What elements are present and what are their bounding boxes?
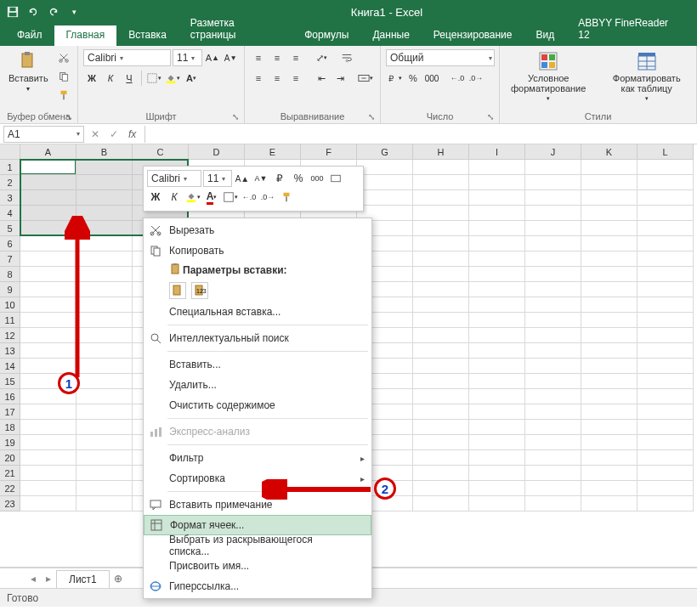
cell[interactable] — [469, 359, 525, 374]
cell[interactable] — [76, 374, 133, 389]
new-sheet-icon[interactable]: ⊕ — [110, 573, 127, 585]
ctx-insert-comment[interactable]: Вставить примечание — [144, 494, 371, 515]
bold-button[interactable]: Ж — [83, 70, 100, 87]
cell[interactable] — [76, 313, 133, 328]
decrease-decimal-icon[interactable]: .0→ — [468, 70, 484, 87]
row-header-12[interactable]: 12 — [0, 328, 20, 343]
cell[interactable] — [638, 175, 694, 190]
cell[interactable] — [638, 206, 694, 221]
cell[interactable] — [638, 297, 694, 313]
cell[interactable] — [20, 435, 76, 450]
cell[interactable] — [525, 175, 581, 190]
cell[interactable] — [581, 236, 638, 251]
cell[interactable] — [581, 466, 638, 481]
cell[interactable] — [638, 481, 694, 496]
mini-format-painter-icon[interactable] — [278, 189, 295, 206]
cell[interactable] — [469, 221, 525, 236]
cell[interactable] — [469, 496, 525, 511]
cell[interactable] — [413, 251, 469, 267]
mini-merge-icon[interactable] — [327, 170, 344, 187]
increase-decimal-icon[interactable]: ←.0 — [449, 70, 466, 87]
cell[interactable] — [581, 389, 638, 404]
cell[interactable] — [581, 282, 638, 297]
cell[interactable] — [76, 450, 133, 466]
select-all-corner[interactable] — [0, 144, 20, 160]
cell[interactable] — [638, 160, 694, 175]
cell[interactable] — [469, 190, 525, 206]
cell[interactable] — [413, 221, 469, 236]
ctx-format-cells[interactable]: Формат ячеек... — [144, 515, 371, 535]
clipboard-launcher-icon[interactable]: ⤡ — [65, 112, 72, 122]
cell[interactable] — [638, 328, 694, 343]
cell[interactable] — [581, 190, 638, 206]
cell[interactable] — [413, 496, 469, 511]
wrap-text-icon[interactable] — [338, 49, 355, 66]
cell[interactable] — [638, 374, 694, 389]
cell[interactable] — [469, 328, 525, 343]
cell[interactable] — [525, 450, 581, 466]
cell[interactable] — [20, 450, 76, 466]
mini-decrease-font-icon[interactable]: A▼ — [252, 170, 269, 187]
row-header-3[interactable]: 3 — [0, 190, 20, 206]
cell[interactable] — [581, 221, 638, 236]
qat-customize-icon[interactable]: ▾ — [66, 4, 82, 20]
column-headers[interactable]: ABCDEFGHIJKL — [20, 144, 697, 160]
row-header-6[interactable]: 6 — [0, 236, 20, 251]
mini-increase-font-icon[interactable]: A▲ — [234, 170, 251, 187]
cell[interactable] — [20, 313, 76, 328]
cell[interactable] — [469, 466, 525, 481]
tab-home[interactable]: Главная — [54, 25, 117, 46]
number-launcher-icon[interactable]: ⤡ — [487, 112, 494, 122]
tab-insert[interactable]: Вставка — [116, 25, 178, 46]
col-header-G[interactable]: G — [357, 144, 413, 160]
cell[interactable] — [413, 374, 469, 389]
cell[interactable] — [525, 343, 581, 359]
tab-review[interactable]: Рецензирование — [422, 25, 524, 46]
tab-page-layout[interactable]: Разметка страницы — [178, 14, 292, 46]
row-header-20[interactable]: 20 — [0, 450, 20, 466]
tab-abbyy[interactable]: ABBYY FineReader 12 — [566, 14, 692, 46]
cell[interactable] — [525, 374, 581, 389]
cell[interactable] — [581, 374, 638, 389]
cell[interactable] — [469, 374, 525, 389]
cell[interactable] — [413, 328, 469, 343]
ctx-pick-from-list[interactable]: Выбрать из раскрывающегося списка... — [144, 535, 371, 556]
mini-inc-decimal-icon[interactable]: ←.0 — [241, 189, 258, 206]
tab-data[interactable]: Данные — [360, 25, 421, 46]
cell[interactable] — [413, 236, 469, 251]
mini-percent-icon[interactable]: % — [290, 170, 307, 187]
percent-format-icon[interactable]: % — [405, 70, 422, 87]
col-header-L[interactable]: L — [638, 144, 694, 160]
increase-indent-icon[interactable]: ⇥ — [332, 70, 348, 87]
cell[interactable] — [581, 450, 638, 466]
tab-formulas[interactable]: Формулы — [292, 25, 360, 46]
cell[interactable] — [76, 404, 133, 420]
ctx-delete[interactable]: Удалить... — [144, 375, 371, 395]
cell[interactable] — [525, 221, 581, 236]
cell[interactable] — [469, 343, 525, 359]
cell[interactable] — [525, 297, 581, 313]
cell[interactable] — [413, 190, 469, 206]
cell[interactable] — [413, 297, 469, 313]
cell[interactable] — [20, 267, 76, 282]
cell[interactable] — [525, 206, 581, 221]
mini-bold-button[interactable]: Ж — [147, 189, 164, 206]
undo-icon[interactable] — [26, 4, 41, 20]
cell[interactable] — [76, 420, 133, 435]
cell[interactable] — [76, 389, 133, 404]
row-header-10[interactable]: 10 — [0, 297, 20, 313]
row-header-17[interactable]: 17 — [0, 404, 20, 420]
row-header-23[interactable]: 23 — [0, 496, 20, 511]
save-icon[interactable] — [5, 4, 20, 20]
cell[interactable] — [525, 481, 581, 496]
cell[interactable] — [76, 496, 133, 511]
cell[interactable] — [469, 251, 525, 267]
mini-italic-button[interactable]: К — [166, 189, 183, 206]
cell[interactable] — [76, 359, 133, 374]
row-header-13[interactable]: 13 — [0, 343, 20, 359]
cell[interactable] — [525, 420, 581, 435]
cell[interactable] — [581, 297, 638, 313]
cell[interactable] — [76, 328, 133, 343]
enter-formula-icon[interactable]: ✓ — [105, 128, 123, 140]
name-box[interactable]: A1▾ — [3, 126, 84, 143]
